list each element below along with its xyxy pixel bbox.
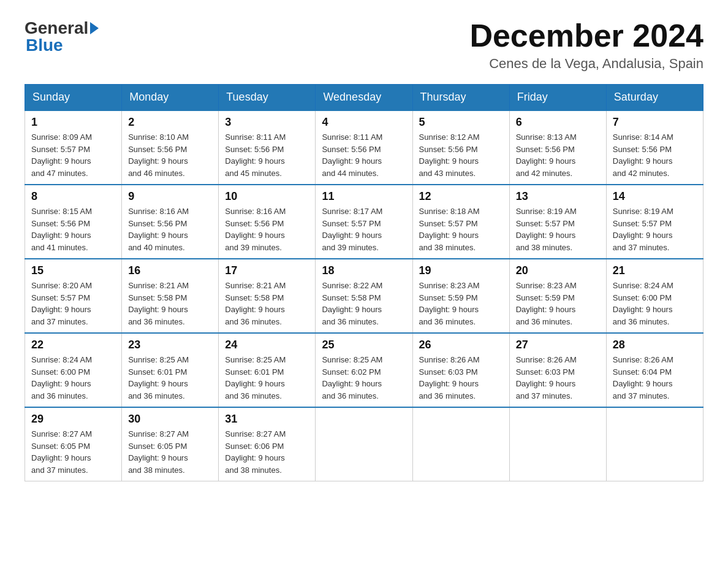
sunrise-label: Sunrise: <box>322 355 351 364</box>
sunrise-label: Sunrise: <box>516 207 545 216</box>
daylight-label: Daylight: <box>31 231 63 240</box>
week-row-3: 15 Sunrise: 8:20 AM Sunset: 5:57 PM Dayl… <box>25 259 703 333</box>
logo: General Blue <box>25 18 99 55</box>
sunset-label: Sunset: <box>31 293 58 302</box>
page-header: General Blue December 2024 Cenes de la V… <box>25 18 703 72</box>
daylight-label: Daylight: <box>128 305 159 314</box>
sunset-label: Sunset: <box>31 145 58 154</box>
week-row-5: 29 Sunrise: 8:27 AM Sunset: 6:05 PM Dayl… <box>25 407 703 481</box>
calendar-cell: 20 Sunrise: 8:23 AM Sunset: 5:59 PM Dayl… <box>509 259 606 333</box>
sunset-label: Sunset: <box>322 293 349 302</box>
daylight-label: Daylight: <box>516 305 547 314</box>
day-number: 31 <box>225 413 309 426</box>
daylight-label: Daylight: <box>516 379 547 388</box>
calendar-cell: 11 Sunrise: 8:17 AM Sunset: 5:57 PM Dayl… <box>316 185 412 259</box>
day-info: Sunrise: 8:19 AM Sunset: 5:57 PM Dayligh… <box>516 205 600 253</box>
day-info: Sunrise: 8:23 AM Sunset: 5:59 PM Dayligh… <box>516 280 600 327</box>
day-number: 10 <box>225 190 309 203</box>
sunrise-label: Sunrise: <box>225 132 254 142</box>
sunset-label: Sunset: <box>225 219 252 228</box>
sunset-label: Sunset: <box>516 145 543 154</box>
calendar-cell: 10 Sunrise: 8:16 AM Sunset: 5:56 PM Dayl… <box>219 185 316 259</box>
calendar-cell: 25 Sunrise: 8:25 AM Sunset: 6:02 PM Dayl… <box>316 333 412 407</box>
day-number: 1 <box>31 116 115 129</box>
day-info: Sunrise: 8:25 AM Sunset: 6:01 PM Dayligh… <box>128 354 212 402</box>
calendar-cell: 13 Sunrise: 8:19 AM Sunset: 5:57 PM Dayl… <box>509 185 606 259</box>
calendar-cell: 2 Sunrise: 8:10 AM Sunset: 5:56 PM Dayli… <box>122 110 219 185</box>
daylight-label: Daylight: <box>419 231 450 240</box>
sunrise-label: Sunrise: <box>225 281 254 290</box>
calendar-cell: 3 Sunrise: 8:11 AM Sunset: 5:56 PM Dayli… <box>219 110 316 185</box>
day-info: Sunrise: 8:22 AM Sunset: 5:58 PM Dayligh… <box>322 280 406 327</box>
day-number: 24 <box>225 339 309 351</box>
calendar-cell: 28 Sunrise: 8:26 AM Sunset: 6:04 PM Dayl… <box>606 333 703 407</box>
day-number: 20 <box>516 264 600 277</box>
day-number: 26 <box>419 339 503 351</box>
sunset-label: Sunset: <box>128 219 155 228</box>
day-number: 9 <box>128 190 212 203</box>
daylight-label: Daylight: <box>225 453 256 462</box>
calendar-cell: 7 Sunrise: 8:14 AM Sunset: 5:56 PM Dayli… <box>606 110 703 185</box>
daylight-label: Daylight: <box>322 305 353 314</box>
daylight-label: Daylight: <box>31 305 63 314</box>
sunrise-label: Sunrise: <box>31 207 61 216</box>
sunset-label: Sunset: <box>322 219 349 228</box>
day-number: 12 <box>419 190 503 203</box>
daylight-label: Daylight: <box>128 156 159 166</box>
week-row-4: 22 Sunrise: 8:24 AM Sunset: 6:00 PM Dayl… <box>25 333 703 407</box>
week-row-1: 1 Sunrise: 8:09 AM Sunset: 5:57 PM Dayli… <box>25 110 703 185</box>
header-saturday: Saturday <box>606 85 703 111</box>
daylight-label: Daylight: <box>419 305 450 314</box>
daylight-label: Daylight: <box>225 305 256 314</box>
calendar-cell: 30 Sunrise: 8:27 AM Sunset: 6:05 PM Dayl… <box>122 407 219 481</box>
day-number: 5 <box>419 116 503 129</box>
day-info: Sunrise: 8:27 AM Sunset: 6:06 PM Dayligh… <box>225 428 309 476</box>
sunrise-label: Sunrise: <box>128 355 157 364</box>
daylight-label: Daylight: <box>613 156 644 166</box>
daylight-label: Daylight: <box>225 231 256 240</box>
day-info: Sunrise: 8:20 AM Sunset: 5:57 PM Dayligh… <box>31 280 115 327</box>
sunset-label: Sunset: <box>613 145 640 154</box>
calendar-cell: 19 Sunrise: 8:23 AM Sunset: 5:59 PM Dayl… <box>412 259 509 333</box>
calendar-cell: 9 Sunrise: 8:16 AM Sunset: 5:56 PM Dayli… <box>122 185 219 259</box>
day-number: 4 <box>322 116 406 129</box>
logo-blue-text: Blue <box>26 36 63 55</box>
day-number: 3 <box>225 116 309 129</box>
sunset-label: Sunset: <box>31 367 58 377</box>
day-info: Sunrise: 8:16 AM Sunset: 5:56 PM Dayligh… <box>225 205 309 253</box>
sunset-label: Sunset: <box>322 367 349 377</box>
calendar-cell: 8 Sunrise: 8:15 AM Sunset: 5:56 PM Dayli… <box>25 185 122 259</box>
sunrise-label: Sunrise: <box>225 355 254 364</box>
title-section: December 2024 Cenes de la Vega, Andalusi… <box>469 18 703 72</box>
day-number: 14 <box>613 190 697 203</box>
calendar-cell: 17 Sunrise: 8:21 AM Sunset: 5:58 PM Dayl… <box>219 259 316 333</box>
daylight-label: Daylight: <box>128 453 159 462</box>
calendar-cell: 1 Sunrise: 8:09 AM Sunset: 5:57 PM Dayli… <box>25 110 122 185</box>
day-info: Sunrise: 8:27 AM Sunset: 6:05 PM Dayligh… <box>31 428 115 476</box>
day-number: 15 <box>31 264 115 277</box>
sunset-label: Sunset: <box>419 293 446 302</box>
header-sunday: Sunday <box>25 85 122 111</box>
sunrise-label: Sunrise: <box>322 281 351 290</box>
location-subtitle: Cenes de la Vega, Andalusia, Spain <box>469 56 703 72</box>
sunset-label: Sunset: <box>613 367 640 377</box>
day-number: 28 <box>613 339 697 351</box>
sunrise-label: Sunrise: <box>225 429 254 439</box>
calendar-cell: 26 Sunrise: 8:26 AM Sunset: 6:03 PM Dayl… <box>412 333 509 407</box>
calendar-cell: 6 Sunrise: 8:13 AM Sunset: 5:56 PM Dayli… <box>509 110 606 185</box>
day-number: 21 <box>613 264 697 277</box>
daylight-label: Daylight: <box>322 156 353 166</box>
day-info: Sunrise: 8:19 AM Sunset: 5:57 PM Dayligh… <box>613 205 697 253</box>
day-number: 19 <box>419 264 503 277</box>
day-number: 25 <box>322 339 406 351</box>
day-number: 16 <box>128 264 212 277</box>
day-number: 13 <box>516 190 600 203</box>
daylight-label: Daylight: <box>322 379 353 388</box>
day-number: 23 <box>128 339 212 351</box>
sunset-label: Sunset: <box>419 145 446 154</box>
sunrise-label: Sunrise: <box>128 429 157 439</box>
day-info: Sunrise: 8:18 AM Sunset: 5:57 PM Dayligh… <box>419 205 503 253</box>
sunset-label: Sunset: <box>419 219 446 228</box>
week-row-2: 8 Sunrise: 8:15 AM Sunset: 5:56 PM Dayli… <box>25 185 703 259</box>
sunrise-label: Sunrise: <box>128 132 157 142</box>
